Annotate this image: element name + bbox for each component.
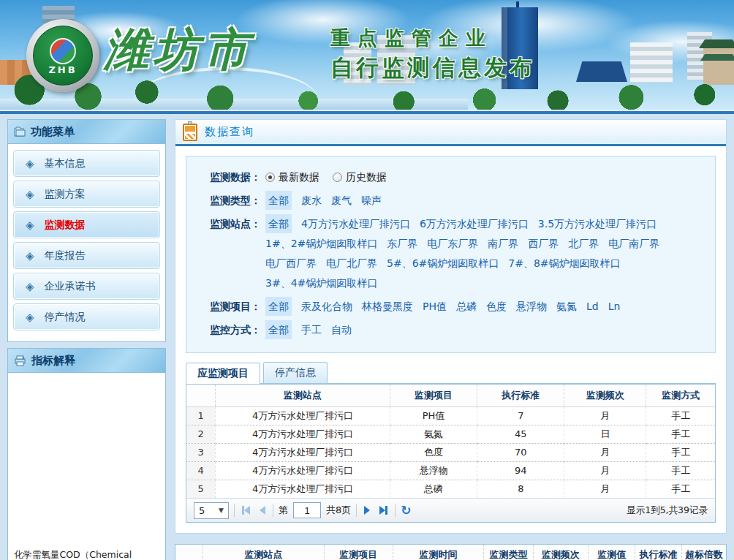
table-row: 34万方污水处理厂排污口色度70月手工 xyxy=(186,443,715,461)
banner: ZHB 潍坊市 重点监管企业 自行监测信息发布 xyxy=(0,0,734,110)
table1-head: 监测站点监测项目执行标准监测频次监测方式 xyxy=(186,385,715,406)
row-number-cell: 5 xyxy=(186,480,216,498)
data-cell: 4万方污水处理厂排污口 xyxy=(216,425,390,443)
filter-link-station-4[interactable]: 1#、2#锅炉烟囱取样口 xyxy=(265,234,377,253)
filter-link-method-1[interactable]: 手工 xyxy=(301,320,322,339)
zhb-logo-text: ZHB xyxy=(34,64,92,75)
first-page-button[interactable] xyxy=(240,503,252,518)
filter-link-station-5[interactable]: 东厂界 xyxy=(387,234,417,253)
filter-link-type-3[interactable]: 噪声 xyxy=(361,191,382,210)
page-size-select[interactable]: 5 ▼ xyxy=(194,502,229,519)
filter-link-type-0[interactable]: 全部 xyxy=(265,191,292,210)
sidebar-item-commitment-letter[interactable]: ◈企业承诺书 xyxy=(13,273,160,300)
filter-row-data: 监测数据： 最新数据历史数据 xyxy=(194,167,702,187)
filter-link-type-1[interactable]: 废水 xyxy=(301,191,322,210)
prev-page-button[interactable] xyxy=(257,503,268,518)
sidebar-menu-list: ◈基本信息◈监测方案◈监测数据◈年度报告◈企业承诺书◈停产情况 xyxy=(8,144,165,341)
row-number-cell: 1 xyxy=(186,406,216,425)
filter-link-station-14[interactable]: 7#、8#锅炉烟囱取样口 xyxy=(508,254,620,273)
filter-link-station-10[interactable]: 电厂南厂界 xyxy=(608,234,659,253)
data-cell: 45 xyxy=(477,425,564,443)
data-cell: 月 xyxy=(564,480,646,498)
column-header: 执行标准 xyxy=(477,385,564,406)
data-cell: 4万方污水处理厂排污口 xyxy=(216,443,390,461)
sidebar-item-shutdown-status[interactable]: ◈停产情况 xyxy=(13,303,160,330)
sidebar-item-annual-report[interactable]: ◈年度报告 xyxy=(13,242,160,269)
page-size-value: 5 xyxy=(199,505,205,516)
data-cell: 氨氮 xyxy=(390,425,477,443)
filter-link-method-0[interactable]: 全部 xyxy=(265,320,292,339)
page-number-input[interactable] xyxy=(293,502,321,518)
filter-link-station-1[interactable]: 4万方污水处理厂排污口 xyxy=(301,214,410,233)
filter-options-station: 全部4万方污水处理厂排污口6万方污水处理厂排污口3.5万方污水处理厂排污口1#、… xyxy=(261,214,702,293)
page-prefix: 第 xyxy=(279,504,288,517)
filter-link-item-0[interactable]: 全部 xyxy=(265,297,292,316)
data-cell: 月 xyxy=(564,406,646,425)
filter-link-station-3[interactable]: 3.5万方污水处理厂排污口 xyxy=(538,214,657,233)
site-subtitle-line1: 重点监管企业 xyxy=(330,25,535,51)
monitoring-data-table-wrap: 监测站点监测项目监测时间监测类型监测频次监测值执行标准超标倍数 11#、2#锅炉… xyxy=(175,544,727,560)
filter-link-item-8[interactable]: Ld xyxy=(586,297,599,316)
filter-link-station-0[interactable]: 全部 xyxy=(265,214,292,233)
sidebar-item-label: 停产情况 xyxy=(45,311,86,324)
last-page-button[interactable] xyxy=(377,503,390,518)
zhb-logo-inner: ZHB xyxy=(33,26,93,86)
filter-row-item: 监测项目：全部汞及化合物林格曼黑度PH值总磷色度悬浮物氨氮LdLn xyxy=(194,297,702,317)
filter-link-station-11[interactable]: 电厂西厂界 xyxy=(265,254,317,273)
sidebar-item-basic-info[interactable]: ◈基本信息 xyxy=(13,150,160,177)
pagination-bar: 5 ▼ 第 共8页 ↻ 显示1到5,共39记录 xyxy=(186,498,715,522)
tab-bar: 应监测项目停产信息 xyxy=(186,362,716,384)
filter-link-item-1[interactable]: 汞及化合物 xyxy=(301,297,352,316)
filter-link-station-12[interactable]: 电厂北厂界 xyxy=(326,254,377,273)
sidebar-item-monitoring-data[interactable]: ◈监测数据 xyxy=(13,211,160,238)
diamond-icon: ◈ xyxy=(26,249,34,262)
indicator-body: 化学需氧量COD（Chemical xyxy=(8,373,165,560)
sidebar-item-monitoring-plan[interactable]: ◈监测方案 xyxy=(13,181,160,208)
filter-link-item-3[interactable]: PH值 xyxy=(423,297,447,316)
filter-link-station-15[interactable]: 3#、4#锅炉烟囱取样口 xyxy=(265,273,377,292)
page-header: 数据查询 xyxy=(175,120,726,146)
refresh-icon[interactable]: ↻ xyxy=(401,503,411,518)
data-cell: 月 xyxy=(564,461,646,480)
filter-box: 监测数据： 最新数据历史数据 监测类型：全部废水废气噪声监测站点：全部4万方污水… xyxy=(186,156,716,353)
filter-link-station-6[interactable]: 电厂东厂界 xyxy=(427,234,478,253)
indicator-title: 指标解释 xyxy=(31,354,75,368)
data-cell: 总磷 xyxy=(390,480,477,498)
column-header: 超标倍数 xyxy=(682,545,726,560)
sidebar-item-label: 监测方案 xyxy=(45,188,86,201)
next-page-button[interactable] xyxy=(362,503,372,518)
filter-link-item-2[interactable]: 林格曼黑度 xyxy=(362,297,413,316)
table-row: 54万方污水处理厂排污口总磷8月手工 xyxy=(186,480,715,498)
radio-option-最新数据[interactable]: 最新数据 xyxy=(265,171,319,183)
site-subtitle-line2: 自行监测信息发布 xyxy=(330,53,535,83)
column-header xyxy=(175,545,203,560)
radio-unchecked-icon[interactable] xyxy=(333,173,342,182)
tab-shutdown-info[interactable]: 停产信息 xyxy=(263,362,328,383)
tab-required-items[interactable]: 应监测项目 xyxy=(186,363,260,384)
radio-group-data: 最新数据历史数据 xyxy=(261,167,702,187)
filter-link-station-2[interactable]: 6万方污水处理厂排污口 xyxy=(420,214,529,233)
data-cell: 手工 xyxy=(646,406,715,425)
filter-row-type: 监测类型：全部废水废气噪声 xyxy=(194,191,702,211)
filter-link-station-9[interactable]: 北厂界 xyxy=(568,234,599,253)
filter-link-item-7[interactable]: 氨氮 xyxy=(556,297,577,316)
data-cell: 色度 xyxy=(390,443,477,461)
filter-link-item-6[interactable]: 悬浮物 xyxy=(516,297,547,316)
filter-link-item-5[interactable]: 色度 xyxy=(486,297,507,316)
filter-link-method-2[interactable]: 自动 xyxy=(331,320,352,339)
data-cell: 4万方污水处理厂排污口 xyxy=(216,480,390,498)
radio-option-历史数据[interactable]: 历史数据 xyxy=(333,171,387,183)
filter-link-station-7[interactable]: 南厂界 xyxy=(488,234,518,253)
filter-options-type: 全部废水废气噪声 xyxy=(261,191,702,211)
radio-checked-icon[interactable] xyxy=(265,173,275,182)
filter-link-station-13[interactable]: 5#、6#锅炉烟囱取样口 xyxy=(387,254,499,273)
column-header: 监测站点 xyxy=(203,545,325,560)
filter-link-station-8[interactable]: 西厂界 xyxy=(528,234,559,253)
filter-link-type-2[interactable]: 废气 xyxy=(331,191,352,210)
filter-link-item-4[interactable]: 总磷 xyxy=(456,297,477,316)
indicator-marquee-text: 化学需氧量COD（Chemical xyxy=(14,549,132,560)
column-header: 监测项目 xyxy=(324,545,393,560)
filter-label-method: 监控方式： xyxy=(194,320,261,340)
column-header xyxy=(186,385,216,406)
filter-link-item-9[interactable]: Ln xyxy=(608,297,621,316)
